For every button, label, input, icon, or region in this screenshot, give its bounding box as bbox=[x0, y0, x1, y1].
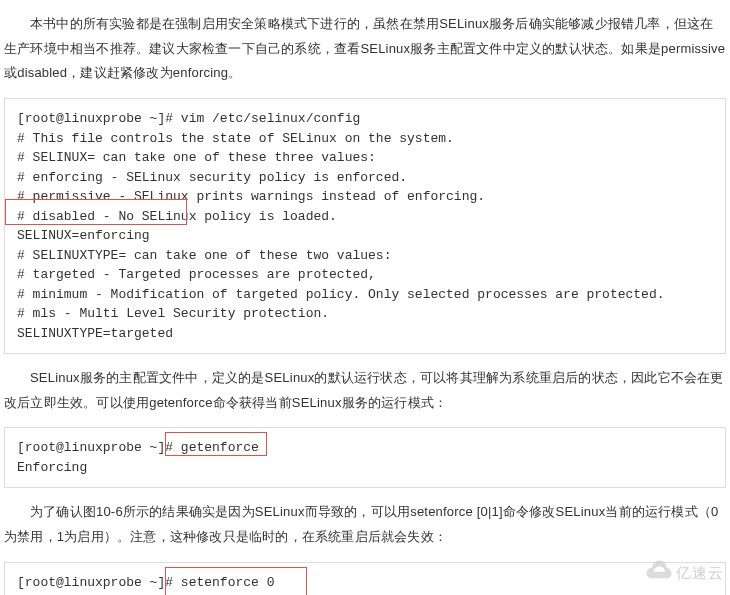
code-content: [root@linuxprobe ~]# vim /etc/selinux/co… bbox=[17, 111, 665, 341]
code-block-getenforce: [root@linuxprobe ~]# getenforce Enforcin… bbox=[4, 427, 726, 488]
middle-paragraph-1: SELinux服务的主配置文件中，定义的是SELinux的默认运行状态，可以将其… bbox=[4, 366, 726, 415]
middle-paragraph-2: 为了确认图10-6所示的结果确实是因为SELinux而导致的，可以用setenf… bbox=[4, 500, 726, 549]
intro-paragraph: 本书中的所有实验都是在强制启用安全策略模式下进行的，虽然在禁用SELinux服务… bbox=[4, 12, 726, 86]
code-block-selinux-config: [root@linuxprobe ~]# vim /etc/selinux/co… bbox=[4, 98, 726, 354]
code-content: [root@linuxprobe ~]# setenforce 0 [root@… bbox=[17, 575, 274, 595]
code-block-setenforce: [root@linuxprobe ~]# setenforce 0 [root@… bbox=[4, 562, 726, 595]
code-content: [root@linuxprobe ~]# getenforce Enforcin… bbox=[17, 440, 259, 475]
